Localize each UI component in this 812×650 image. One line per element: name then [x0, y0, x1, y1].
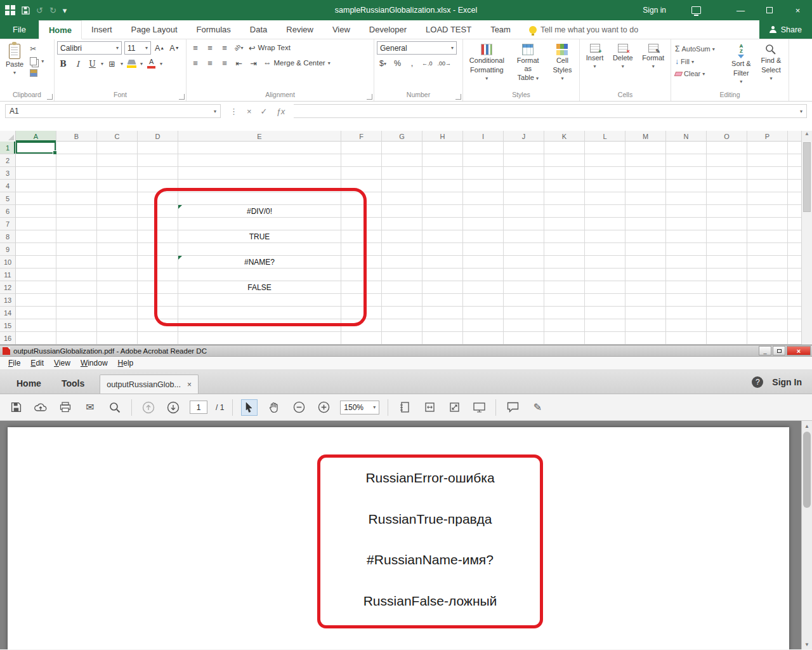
- cell-B6[interactable]: [56, 205, 97, 218]
- select-all-corner[interactable]: [0, 131, 16, 142]
- cell-C16[interactable]: [97, 332, 138, 345]
- row-header-12[interactable]: 12: [0, 281, 16, 294]
- acrobat-minimize-button[interactable]: _: [759, 346, 771, 355]
- cell-N7[interactable]: [666, 218, 707, 230]
- sign-pen-button[interactable]: ✎: [529, 399, 546, 416]
- cell-D13[interactable]: [138, 294, 178, 307]
- cell-K4[interactable]: [544, 180, 585, 192]
- cell-B10[interactable]: [56, 256, 97, 269]
- cell-A8[interactable]: [16, 230, 56, 243]
- tab-page-layout[interactable]: Page Layout: [122, 20, 187, 39]
- excel-close-button[interactable]: ×: [783, 0, 812, 20]
- alignment-dialog-launcher-icon[interactable]: [367, 94, 372, 100]
- zoom-out-button[interactable]: [291, 399, 307, 416]
- cell-A6[interactable]: [16, 205, 56, 218]
- zoom-in-button[interactable]: [315, 399, 332, 416]
- cell-H2[interactable]: [422, 154, 463, 167]
- column-header-M[interactable]: M: [625, 131, 666, 142]
- format-painter-button[interactable]: [29, 69, 45, 77]
- cell-K11[interactable]: [544, 269, 585, 281]
- cell-P8[interactable]: [747, 230, 788, 243]
- cell-B16[interactable]: [56, 332, 97, 345]
- conditional-formatting-button[interactable]: Conditional Formatting ▾: [466, 41, 508, 91]
- cell-H6[interactable]: [422, 205, 463, 218]
- cell-K16[interactable]: [544, 332, 585, 345]
- row-header-16[interactable]: 16: [0, 332, 16, 345]
- tab-file[interactable]: File: [0, 20, 39, 39]
- cell-A3[interactable]: [16, 167, 56, 180]
- row-header-7[interactable]: 7: [0, 218, 16, 230]
- cell-N11[interactable]: [666, 269, 707, 281]
- cell-M15[interactable]: [625, 319, 666, 332]
- insert-function-icon[interactable]: ƒx: [277, 107, 285, 116]
- cell-F8[interactable]: [341, 230, 382, 243]
- column-header-K[interactable]: K: [544, 131, 585, 142]
- cell-C4[interactable]: [97, 180, 138, 192]
- cell-P3[interactable]: [747, 167, 788, 180]
- cell-I1[interactable]: [463, 142, 504, 154]
- cell-A16[interactable]: [16, 332, 56, 345]
- cell-A10[interactable]: [16, 256, 56, 269]
- cell-D8[interactable]: [138, 230, 178, 243]
- cell-C9[interactable]: [97, 243, 138, 256]
- tab-review[interactable]: Review: [277, 20, 323, 39]
- cell-N2[interactable]: [666, 154, 707, 167]
- cell-E2[interactable]: [178, 154, 341, 167]
- column-header-E[interactable]: E: [178, 131, 341, 142]
- cell-M4[interactable]: [625, 180, 666, 192]
- cell-P14[interactable]: [747, 307, 788, 319]
- cell-B12[interactable]: [56, 281, 97, 294]
- cell-E6[interactable]: #DIV/0!: [178, 205, 341, 218]
- column-header-G[interactable]: G: [382, 131, 422, 142]
- cell-L14[interactable]: [585, 307, 625, 319]
- cell-H10[interactable]: [422, 256, 463, 269]
- cell-I7[interactable]: [463, 218, 504, 230]
- cell-A4[interactable]: [16, 180, 56, 192]
- decrease-decimal-button[interactable]: .00→: [436, 57, 453, 70]
- cell-M5[interactable]: [625, 192, 666, 205]
- cell-E5[interactable]: [178, 192, 341, 205]
- accounting-format-button[interactable]: $▾: [377, 57, 389, 70]
- cell-P16[interactable]: [747, 332, 788, 345]
- formula-input[interactable]: ▾: [294, 104, 807, 118]
- cell-N15[interactable]: [666, 319, 707, 332]
- cell-C8[interactable]: [97, 230, 138, 243]
- scrolling-mode-button[interactable]: [396, 399, 413, 416]
- display-settings-icon[interactable]: [691, 6, 701, 14]
- cell-E3[interactable]: [178, 167, 341, 180]
- delete-cells-button[interactable]: × Delete ▾: [610, 41, 636, 91]
- paste-dropdown-icon[interactable]: ▾: [13, 70, 16, 76]
- cell-J5[interactable]: [504, 192, 544, 205]
- menu-view[interactable]: View: [49, 357, 75, 369]
- find-select-button[interactable]: Find & Select ▾: [756, 41, 786, 91]
- cell-I11[interactable]: [463, 269, 504, 281]
- excel-scrollbar-thumb[interactable]: [803, 142, 811, 212]
- merge-center-button[interactable]: ⇔Merge & Center▾: [262, 56, 332, 69]
- cell-A15[interactable]: [16, 319, 56, 332]
- row-header-9[interactable]: 9: [0, 243, 16, 256]
- cell-D5[interactable]: [138, 192, 178, 205]
- row-header-14[interactable]: 14: [0, 307, 16, 319]
- select-tool-button[interactable]: [241, 399, 258, 416]
- cell-G15[interactable]: [382, 319, 422, 332]
- cell-G6[interactable]: [382, 205, 422, 218]
- cell-G14[interactable]: [382, 307, 422, 319]
- cell-P12[interactable]: [747, 281, 788, 294]
- cell-I14[interactable]: [463, 307, 504, 319]
- cell-G16[interactable]: [382, 332, 422, 345]
- document-tab[interactable]: outputRussianGlob... ×: [100, 375, 199, 394]
- cell-J9[interactable]: [504, 243, 544, 256]
- row-header-2[interactable]: 2: [0, 154, 16, 167]
- share-button[interactable]: Share: [759, 20, 812, 39]
- paste-button[interactable]: Paste ▾: [3, 41, 27, 91]
- cell-L1[interactable]: [585, 142, 625, 154]
- cell-I4[interactable]: [463, 180, 504, 192]
- cell-B13[interactable]: [56, 294, 97, 307]
- cell-P13[interactable]: [747, 294, 788, 307]
- tab-insert[interactable]: Insert: [82, 20, 122, 39]
- number-dialog-launcher-icon[interactable]: [455, 94, 461, 100]
- cell-M11[interactable]: [625, 269, 666, 281]
- tell-me-box[interactable]: Tell me what you want to do: [520, 20, 647, 39]
- cell-D7[interactable]: [138, 218, 178, 230]
- cell-D4[interactable]: [138, 180, 178, 192]
